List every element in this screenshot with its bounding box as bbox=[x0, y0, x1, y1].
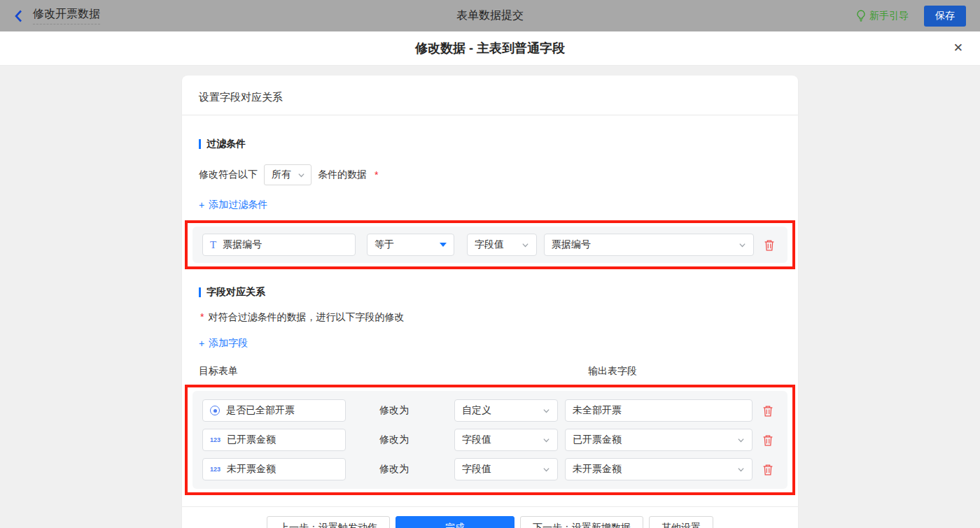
beginner-guide-label: 新手引导 bbox=[869, 10, 909, 22]
number-field-icon: 123 bbox=[210, 466, 220, 473]
modify-to-label: 修改为 bbox=[346, 404, 454, 417]
value-type-select[interactable]: 自定义 bbox=[454, 399, 558, 422]
caret-down-icon bbox=[440, 243, 447, 247]
text-field-icon: T bbox=[210, 240, 216, 250]
dialog-body: 设置字段对应关系 过滤条件 修改符合以下 所有 条件的数据 * + bbox=[0, 66, 980, 528]
mapping-row: 123 未开票金额 修改为 字段值 未开票金额 bbox=[202, 458, 778, 480]
section-bar-icon bbox=[199, 287, 201, 297]
output-field-select[interactable]: 已开票金额 bbox=[565, 429, 752, 451]
card-title: 设置字段对应关系 bbox=[182, 76, 798, 115]
required-mark: * bbox=[374, 169, 378, 180]
page-title: 表单数据提交 bbox=[0, 8, 980, 23]
filter-value-select[interactable]: 票据编号 bbox=[544, 234, 754, 256]
column-header-target-form: 目标表单 bbox=[199, 365, 238, 376]
chevron-down-icon bbox=[522, 241, 529, 249]
chevron-down-icon bbox=[298, 171, 305, 179]
match-mode-value: 所有 bbox=[272, 169, 291, 181]
back-button[interactable] bbox=[14, 9, 23, 23]
chevron-left-icon bbox=[14, 9, 23, 23]
target-field-name: 未开票金额 bbox=[227, 463, 276, 476]
trash-icon bbox=[762, 434, 774, 446]
delete-row-button[interactable] bbox=[762, 434, 774, 446]
filter-value-type-select[interactable]: 字段值 bbox=[467, 234, 537, 256]
mapping-description-row: * 对符合过滤条件的数据，进行以下字段的修改 bbox=[199, 311, 781, 324]
mapping-highlight-box: 是否已全部开票 修改为 自定义 bbox=[185, 385, 795, 495]
filter-intro-suffix: 条件的数据 bbox=[318, 169, 367, 181]
target-field-name: 是否已全部开票 bbox=[226, 404, 295, 417]
mapping-section-title: 字段对应关系 bbox=[199, 286, 781, 299]
delete-row-button[interactable] bbox=[762, 405, 774, 417]
output-field-value: 未开票金额 bbox=[573, 463, 622, 476]
workflow-name[interactable]: 修改开票数据 bbox=[33, 7, 100, 24]
dialog-header: 修改数据 - 主表到普通字段 ✕ bbox=[0, 31, 980, 66]
custom-value-input[interactable] bbox=[565, 399, 752, 422]
number-field-icon: 123 bbox=[210, 436, 220, 443]
add-filter-condition-label: 添加过滤条件 bbox=[209, 199, 267, 211]
mapping-row: 123 已开票金额 修改为 字段值 已开票金额 bbox=[202, 429, 778, 451]
column-header-output-field: 输出表字段 bbox=[588, 365, 637, 378]
filter-field-name: 票据编号 bbox=[223, 238, 262, 251]
modify-to-label: 修改为 bbox=[346, 463, 454, 476]
radio-field-icon bbox=[210, 406, 220, 415]
add-field-label: 添加字段 bbox=[209, 337, 248, 350]
finish-button[interactable]: 完成 bbox=[396, 516, 514, 528]
filter-operator-value: 等于 bbox=[374, 238, 394, 251]
filter-value: 票据编号 bbox=[552, 238, 591, 251]
topbar: 修改开票数据 表单数据提交 新手引导 保存 bbox=[0, 0, 980, 31]
mapping-rows-panel: 是否已全部开票 修改为 自定义 bbox=[192, 391, 788, 489]
target-field-box[interactable]: 123 已开票金额 bbox=[202, 429, 346, 451]
lightbulb-icon bbox=[856, 10, 866, 22]
close-icon[interactable]: ✕ bbox=[953, 40, 963, 57]
plus-icon: + bbox=[199, 199, 204, 211]
other-settings-button[interactable]: 其他设置 bbox=[649, 516, 713, 528]
filter-value-type: 字段值 bbox=[475, 238, 504, 251]
chevron-down-icon bbox=[542, 436, 550, 444]
output-field-select[interactable]: 未开票金额 bbox=[565, 458, 752, 480]
trash-icon bbox=[762, 405, 774, 417]
filter-condition-row: T 票据编号 等于 字段值 bbox=[202, 234, 778, 256]
add-filter-condition-link[interactable]: + 添加过滤条件 bbox=[199, 199, 267, 211]
dialog-footer: 上一步：设置触发动作 完成 下一步：设置新增数据 其他设置 bbox=[182, 506, 798, 528]
target-field-box[interactable]: 123 未开票金额 bbox=[202, 458, 346, 480]
beginner-guide-link[interactable]: 新手引导 bbox=[856, 10, 909, 22]
value-type: 自定义 bbox=[462, 404, 491, 417]
save-button[interactable]: 保存 bbox=[924, 6, 966, 27]
modify-to-label: 修改为 bbox=[346, 434, 454, 446]
target-field-box[interactable]: 是否已全部开票 bbox=[202, 399, 346, 422]
section-bar-icon bbox=[199, 139, 201, 149]
mapping-section-title-text: 字段对应关系 bbox=[206, 286, 265, 299]
chevron-down-icon bbox=[737, 466, 745, 473]
value-type-select[interactable]: 字段值 bbox=[454, 429, 558, 451]
mapping-row: 是否已全部开票 修改为 自定义 bbox=[202, 399, 778, 422]
mapping-column-headers: 目标表单 输出表字段 bbox=[199, 365, 781, 379]
chevron-down-icon bbox=[737, 436, 745, 444]
filter-section-title-text: 过滤条件 bbox=[206, 138, 246, 150]
trash-icon bbox=[762, 464, 774, 476]
trash-icon bbox=[764, 239, 775, 251]
delete-row-button[interactable] bbox=[762, 464, 774, 476]
filter-field-box[interactable]: T 票据编号 bbox=[202, 234, 356, 256]
filter-intro-prefix: 修改符合以下 bbox=[199, 169, 258, 181]
chevron-down-icon bbox=[738, 241, 746, 249]
value-type-select[interactable]: 字段值 bbox=[454, 458, 558, 480]
plus-icon: + bbox=[199, 338, 204, 349]
target-field-name: 已开票金额 bbox=[227, 434, 276, 446]
settings-card: 设置字段对应关系 过滤条件 修改符合以下 所有 条件的数据 * + bbox=[182, 76, 798, 528]
delete-condition-button[interactable] bbox=[764, 239, 775, 251]
match-mode-select[interactable]: 所有 bbox=[264, 164, 312, 185]
filter-highlight-box: T 票据编号 等于 字段值 bbox=[185, 220, 795, 269]
required-mark: * bbox=[200, 311, 204, 322]
dialog-title: 修改数据 - 主表到普通字段 bbox=[415, 40, 565, 57]
add-field-link[interactable]: + 添加字段 bbox=[199, 337, 248, 350]
filter-condition-panel: T 票据编号 等于 字段值 bbox=[192, 227, 788, 263]
filter-operator-select[interactable]: 等于 bbox=[367, 234, 454, 256]
next-step-button[interactable]: 下一步：设置新增数据 bbox=[520, 516, 643, 528]
filter-section-title: 过滤条件 bbox=[199, 138, 781, 150]
chevron-down-icon bbox=[542, 466, 550, 473]
value-type: 字段值 bbox=[462, 463, 491, 476]
prev-step-button[interactable]: 上一步：设置触发动作 bbox=[267, 516, 390, 528]
output-field-value: 已开票金额 bbox=[573, 434, 622, 446]
chevron-down-icon bbox=[542, 407, 550, 415]
filter-intro-row: 修改符合以下 所有 条件的数据 * bbox=[199, 164, 781, 185]
value-type: 字段值 bbox=[462, 434, 491, 446]
